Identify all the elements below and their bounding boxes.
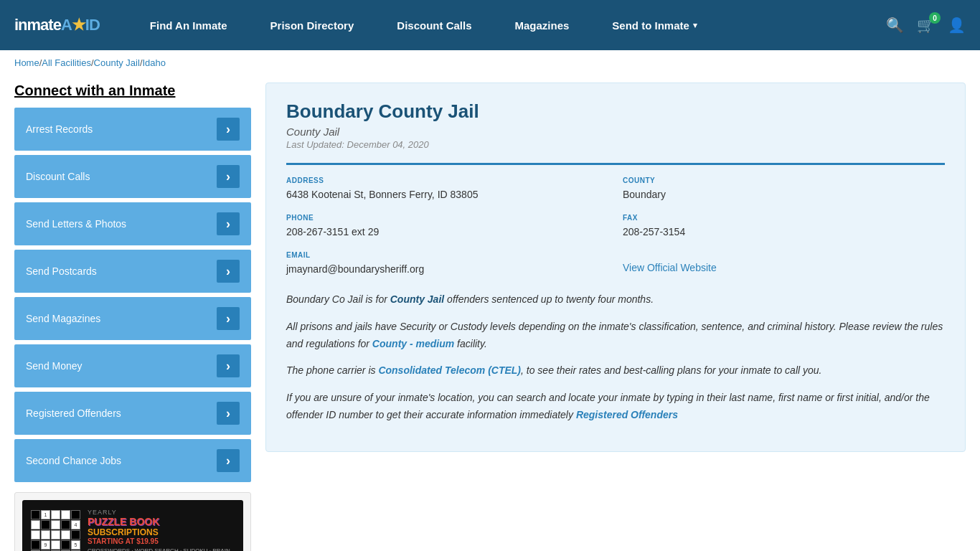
arrow-icon: › [217,307,240,330]
cart-badge: 0 [929,12,941,24]
breadcrumb-idaho[interactable]: Idaho [143,57,166,68]
fax-value: 208-257-3154 [623,225,945,240]
phone-value: 208-267-3151 ext 29 [286,225,608,240]
ad-puzzle-book-label: PUZZLE BOOK [88,516,235,527]
email-block: EMAIL jmaynard@boundarysheriff.org [286,251,608,277]
arrow-icon: › [217,165,240,188]
arrow-icon: › [217,260,240,283]
facility-description: Boundary Co Jail is for County Jail offe… [286,291,945,424]
ad-subscriptions-label: SUBSCRIPTIONS [88,527,235,537]
main-content: Boundary County Jail County Jail Last Up… [265,83,966,551]
breadcrumb-all-facilities[interactable]: All Facilities [42,57,91,68]
sidebar-item-send-postcards[interactable]: Send Postcards › [14,250,251,293]
official-website-link[interactable]: View Official Website [623,262,717,273]
desc-paragraph-2: All prisons and jails have Security or C… [286,319,945,353]
facility-name: Boundary County Jail [286,100,945,123]
nav-prison-directory[interactable]: Prison Directory [249,0,376,50]
arrow-icon: › [217,212,240,235]
registered-offenders-highlight[interactable]: Registered Offenders [576,409,678,420]
search-icon[interactable]: 🔍 [886,17,904,34]
ad-text-area: YEARLY PUZZLE BOOK SUBSCRIPTIONS STARTIN… [88,509,235,551]
nav-magazines[interactable]: Magazines [494,0,591,50]
desc-paragraph-1: Boundary Co Jail is for County Jail offe… [286,291,945,309]
ad-starting-label: STARTING AT $19.95 [88,537,235,545]
arrow-icon: › [217,118,240,141]
cart-icon[interactable]: 🛒 0 [917,17,935,34]
site-header: inmateA★ID Find An Inmate Prison Directo… [0,0,980,50]
facility-updated: Last Updated: December 04, 2020 [286,139,945,150]
fax-label: FAX [623,214,945,222]
sidebar-item-second-chance-jobs[interactable]: Second Chance Jobs › [14,439,251,482]
sidebar: Connect with an Inmate Arrest Records › … [14,83,251,551]
ctel-highlight[interactable]: Consolidated Telecom (CTEL) [378,364,521,376]
main-layout: Connect with an Inmate Arrest Records › … [0,75,980,551]
address-label: ADDRESS [286,176,608,184]
county-value: Boundary [623,187,945,202]
user-icon[interactable]: 👤 [948,17,966,34]
fax-block: FAX 208-257-3154 [623,214,945,240]
address-value: 6438 Kootenai St, Bonners Ferry, ID 8380… [286,187,608,202]
facility-info-grid: ADDRESS 6438 Kootenai St, Bonners Ferry,… [286,163,945,277]
sidebar-item-arrest-records[interactable]: Arrest Records › [14,108,251,151]
header-right: 🔍 🛒 0 👤 [886,17,966,34]
ad-yearly-label: YEARLY [88,509,235,516]
county-medium-highlight: County - medium [372,338,454,349]
phone-label: PHONE [286,214,608,222]
arrow-icon: › [217,449,240,472]
desc-paragraph-4: If you are unsure of your inmate's locat… [286,390,945,424]
facility-card: Boundary County Jail County Jail Last Up… [265,83,966,452]
nav-find-inmate[interactable]: Find An Inmate [128,0,249,50]
nav-send-to-inmate[interactable]: Send to Inmate▾ [590,0,719,50]
breadcrumb-home[interactable]: Home [14,57,39,68]
county-jail-highlight: County Jail [390,293,444,305]
address-block: ADDRESS 6438 Kootenai St, Bonners Ferry,… [286,176,608,202]
county-label: COUNTY [623,176,945,184]
main-nav: Find An Inmate Prison Directory Discount… [128,0,886,50]
sidebar-title: Connect with an Inmate [14,83,251,99]
breadcrumb: Home / All Facilities / County Jail / Id… [0,50,980,75]
breadcrumb-county-jail[interactable]: County Jail [94,57,140,68]
sidebar-item-send-letters[interactable]: Send Letters & Photos › [14,202,251,245]
nav-discount-calls[interactable]: Discount Calls [375,0,493,50]
sidebar-item-discount-calls[interactable]: Discount Calls › [14,155,251,198]
ad-types-label: CROSSWORDS · WORD SEARCH · SUDOKU · BRAI… [88,547,235,551]
email-value: jmaynard@boundarysheriff.org [286,262,608,277]
website-block: LINK View Official Website [623,251,945,277]
email-label: EMAIL [286,251,608,259]
facility-type: County Jail [286,126,945,138]
puzzle-grid-icon: 1 4 9 [31,510,80,552]
dropdown-arrow-icon: ▾ [693,21,697,30]
sidebar-item-registered-offenders[interactable]: Registered Offenders › [14,392,251,435]
desc-paragraph-3: The phone carrier is Consolidated Teleco… [286,362,945,380]
arrow-icon: › [217,402,240,425]
logo[interactable]: inmateA★ID [14,16,100,34]
sidebar-item-send-magazines[interactable]: Send Magazines › [14,297,251,340]
sidebar-item-send-money[interactable]: Send Money › [14,344,251,387]
arrow-icon: › [217,354,240,377]
county-block: COUNTY Boundary [623,176,945,202]
phone-block: PHONE 208-267-3151 ext 29 [286,214,608,240]
advertisement: 1 4 9 [14,492,251,551]
